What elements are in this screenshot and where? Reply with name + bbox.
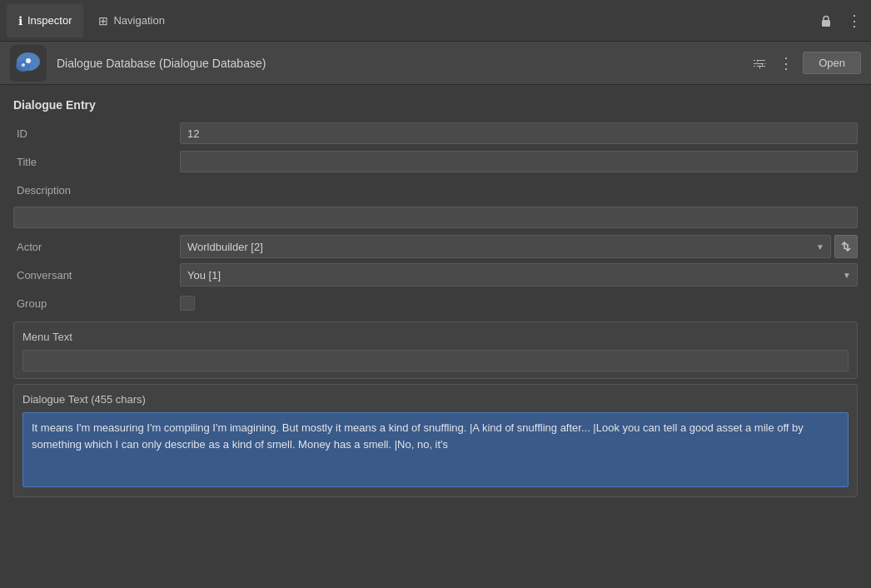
- group-field: [180, 296, 858, 311]
- conversant-dropdown[interactable]: You [1] Worldbuilder [2]: [180, 263, 858, 287]
- navigation-icon: ⊞: [98, 14, 108, 27]
- title-label: Title: [13, 156, 180, 168]
- tab-bar: ℹ Inspector ⊞ Navigation ⋮: [0, 0, 871, 42]
- conversant-dropdown-container: You [1] Worldbuilder [2] ▼: [180, 263, 858, 287]
- svg-rect-7: [759, 66, 760, 68]
- main-content: Dialogue Entry ID Title Description Acto…: [0, 85, 871, 497]
- group-label: Group: [13, 297, 180, 310]
- id-label: ID: [13, 127, 180, 140]
- more-icon: ⋮: [847, 12, 863, 30]
- actor-dropdown-container: Worldbuilder [2] You [1] ▼: [180, 235, 831, 258]
- header-more-icon: ⋮: [779, 54, 794, 72]
- description-input[interactable]: [13, 207, 858, 228]
- svg-point-4: [22, 63, 25, 67]
- actor-row: Actor Worldbuilder [2] You [1] ▼: [13, 235, 858, 258]
- section-title: Dialogue Entry: [13, 98, 858, 112]
- menu-text-section: Menu Text: [13, 321, 858, 379]
- tab-navigation[interactable]: ⊞ Navigation: [87, 4, 176, 37]
- title-field: [180, 151, 858, 172]
- tune-button[interactable]: [749, 53, 769, 73]
- dialogue-text-label: Dialogue Text (455 chars): [22, 393, 849, 406]
- header-bar: Dialogue Database (Dialogue Database) ⋮ …: [0, 42, 871, 85]
- tab-inspector[interactable]: ℹ Inspector: [7, 4, 83, 37]
- title-row: Title: [13, 150, 858, 173]
- id-row: ID: [13, 122, 858, 145]
- menu-text-label: Menu Text: [22, 331, 849, 343]
- inspector-icon: ℹ: [18, 14, 22, 27]
- svg-rect-6: [762, 62, 763, 65]
- menu-text-input[interactable]: [22, 350, 849, 371]
- conversant-row: Conversant You [1] Worldbuilder [2] ▼: [13, 263, 858, 287]
- header-more-button[interactable]: ⋮: [776, 53, 796, 73]
- actor-dropdown[interactable]: Worldbuilder [2] You [1]: [180, 235, 831, 258]
- logo: [10, 45, 47, 82]
- more-options-button[interactable]: ⋮: [844, 11, 864, 31]
- id-input[interactable]: [180, 122, 858, 144]
- tab-inspector-label: Inspector: [27, 14, 72, 27]
- id-field: [180, 122, 858, 144]
- actor-label: Actor: [13, 241, 180, 253]
- svg-point-3: [26, 58, 31, 63]
- actor-field: Worldbuilder [2] You [1] ▼: [180, 235, 858, 258]
- header-actions: ⋮ Open: [749, 52, 861, 74]
- group-checkbox[interactable]: [180, 296, 195, 311]
- tab-bar-right: ⋮: [816, 11, 864, 31]
- tab-navigation-label: Navigation: [113, 14, 164, 27]
- svg-rect-0: [822, 20, 830, 27]
- lock-button[interactable]: [816, 11, 836, 31]
- svg-rect-5: [757, 59, 758, 62]
- dialogue-text-input[interactable]: [22, 412, 849, 487]
- open-button[interactable]: Open: [803, 52, 861, 74]
- header-title: Dialogue Database (Dialogue Database): [57, 57, 739, 70]
- conversant-label: Conversant: [13, 269, 180, 282]
- swap-button[interactable]: [834, 235, 858, 258]
- group-row: Group: [13, 292, 858, 315]
- title-input[interactable]: [180, 151, 858, 172]
- tab-bar-left: ℹ Inspector ⊞ Navigation: [7, 4, 177, 37]
- dialogue-text-section: Dialogue Text (455 chars): [13, 384, 858, 497]
- description-label: Description: [13, 184, 180, 197]
- description-row: Description: [13, 178, 858, 202]
